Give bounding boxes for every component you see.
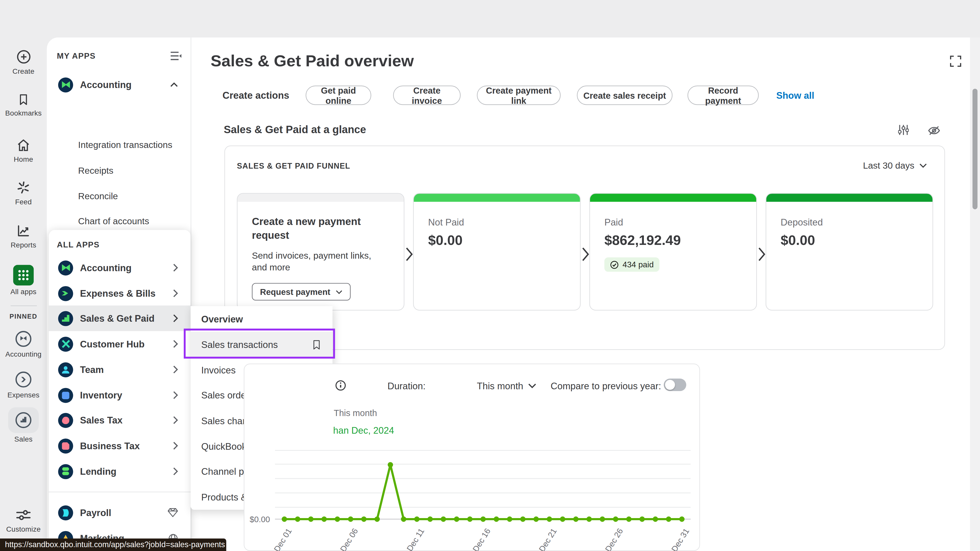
create-invoice-button[interactable]: Create invoice bbox=[393, 86, 460, 105]
all-apps-divider bbox=[49, 492, 191, 492]
rail-item-create[interactable]: Create bbox=[0, 49, 47, 75]
all-apps-item-expenses-bills[interactable]: Expenses & Bills bbox=[49, 281, 191, 306]
team-app-icon bbox=[58, 362, 73, 377]
rail-item-home[interactable]: Home bbox=[0, 138, 47, 163]
all-apps-panel: ALL APPS Accounting Expenses & Bills Sal… bbox=[49, 230, 191, 551]
stage-value: $0.00 bbox=[428, 232, 580, 249]
compare-previous-year-toggle[interactable] bbox=[664, 379, 686, 391]
create-actions-label: Create actions bbox=[223, 90, 290, 101]
all-apps-item-accounting[interactable]: Accounting bbox=[49, 255, 191, 280]
all-apps-item-sales-tax[interactable]: Sales Tax bbox=[49, 407, 191, 433]
accounting-app-icon bbox=[58, 260, 73, 275]
my-apps-title: MY APPS bbox=[57, 51, 96, 61]
scrollbar-thumb[interactable] bbox=[973, 89, 978, 210]
rail-item-all-apps[interactable]: All apps bbox=[0, 265, 47, 295]
business-tax-app-icon bbox=[58, 438, 73, 453]
flyout-item-sales-transactions[interactable]: Sales transactions bbox=[191, 332, 332, 357]
cta-title: Create a new payment request bbox=[252, 214, 379, 242]
all-apps-item-payroll[interactable]: Payroll bbox=[49, 500, 191, 525]
bowtie-circle-icon bbox=[14, 330, 32, 348]
flyout-label: Invoices bbox=[201, 365, 236, 375]
status-url-tooltip: https://sandbox.qbo.intuit.com/app/sales… bbox=[0, 538, 226, 551]
sales-get-paid-app-icon bbox=[58, 311, 73, 326]
flyout-item-overview[interactable]: Overview bbox=[191, 306, 332, 332]
rail-label: Home bbox=[14, 156, 33, 163]
create-sales-receipt-button[interactable]: Create sales receipt bbox=[577, 86, 673, 105]
all-apps-item-sales-get-paid[interactable]: Sales & Get Paid bbox=[49, 306, 191, 331]
sliders-horizontal-icon bbox=[15, 507, 32, 523]
payment-request-cta-card: Create a new payment request Send invoic… bbox=[237, 193, 404, 310]
rail-item-feed[interactable]: Feed bbox=[0, 180, 47, 205]
plus-circle-icon bbox=[15, 49, 32, 65]
rail-item-reports[interactable]: Reports bbox=[0, 223, 47, 248]
chevron-up-icon[interactable] bbox=[170, 82, 178, 87]
trend-comparison-note: han Dec, 2024 bbox=[333, 425, 394, 435]
flyout-label: Sales transactions bbox=[201, 339, 278, 350]
my-apps-sub-receipts[interactable]: Receipts bbox=[47, 157, 191, 183]
hide-section-eye-off-icon[interactable] bbox=[928, 125, 940, 136]
chevron-down-icon bbox=[528, 383, 536, 389]
menu-label: Accounting bbox=[80, 262, 131, 273]
rail-divider bbox=[11, 306, 37, 306]
trend-legend: This month bbox=[334, 408, 377, 418]
filter-sliders-icon[interactable] bbox=[898, 124, 909, 135]
duration-dropdown[interactable]: This month bbox=[477, 380, 536, 391]
rail-label: Sales bbox=[14, 435, 33, 443]
rail-label: Customize bbox=[6, 526, 41, 533]
my-apps-group-accounting[interactable]: Accounting bbox=[47, 72, 191, 97]
all-apps-item-customer-hub[interactable]: Customer Hub bbox=[49, 331, 191, 357]
paid-strip bbox=[590, 194, 756, 202]
funnel-stage-deposited[interactable]: Deposited $0.00 bbox=[765, 193, 933, 310]
menu-label: Business Tax bbox=[80, 441, 140, 451]
arrow-circle-icon bbox=[14, 370, 32, 389]
menu-label: Integration transactions bbox=[78, 140, 172, 149]
collapse-panel-icon[interactable] bbox=[170, 51, 182, 61]
glance-title: Sales & Get Paid at a glance bbox=[224, 124, 366, 136]
bookmark-outline-icon[interactable] bbox=[312, 340, 321, 349]
lending-app-icon bbox=[58, 464, 73, 479]
funnel-range-dropdown[interactable]: Last 30 days bbox=[863, 160, 927, 170]
customer-hub-app-icon bbox=[58, 337, 73, 351]
rail-label: Accounting bbox=[5, 351, 41, 358]
all-apps-item-inventory[interactable]: Inventory bbox=[49, 383, 191, 408]
stage-value: $862,192.49 bbox=[605, 232, 756, 249]
chevron-right-icon bbox=[173, 441, 178, 450]
rail-item-customize[interactable]: Customize bbox=[0, 507, 47, 533]
gem-icon bbox=[167, 508, 178, 517]
funnel-stage-paid[interactable]: Paid $862,192.49 434 paid bbox=[589, 193, 757, 310]
all-apps-title: ALL APPS bbox=[57, 240, 100, 249]
chevron-right-icon bbox=[173, 365, 178, 374]
rail-item-bookmarks[interactable]: Bookmarks bbox=[0, 92, 47, 117]
my-apps-sub-reconcile[interactable]: Reconcile bbox=[47, 183, 191, 209]
cta-card-strip bbox=[238, 194, 404, 202]
all-apps-item-business-tax[interactable]: Business Tax bbox=[49, 433, 191, 458]
expenses-bills-app-icon bbox=[58, 286, 73, 301]
create-payment-link-button[interactable]: Create payment link bbox=[477, 86, 561, 105]
rail-item-pinned-accounting[interactable]: Accounting bbox=[0, 330, 47, 358]
fullscreen-icon[interactable] bbox=[950, 55, 962, 68]
chart-line-icon bbox=[16, 223, 31, 238]
show-all-link[interactable]: Show all bbox=[776, 90, 815, 101]
rail-item-pinned-sales[interactable]: Sales bbox=[0, 407, 47, 443]
record-payment-button[interactable]: Record payment bbox=[687, 86, 759, 105]
menu-label: Receipts bbox=[78, 165, 113, 175]
page-title: Sales & Get Paid overview bbox=[210, 51, 414, 71]
deposited-strip bbox=[766, 194, 932, 202]
feed-burst-icon bbox=[16, 180, 31, 195]
menu-label: Sales & Get Paid bbox=[80, 313, 154, 324]
request-payment-button[interactable]: Request payment bbox=[252, 283, 350, 300]
apps-grid-icon bbox=[13, 265, 34, 286]
funnel-chevron-icon bbox=[582, 248, 589, 261]
compare-toggle-label: Compare to previous year: bbox=[551, 380, 661, 391]
stage-value: $0.00 bbox=[781, 232, 932, 249]
get-paid-online-button[interactable]: Get paid online bbox=[306, 86, 371, 105]
my-apps-sub-integration-transactions[interactable]: Integration transactions bbox=[47, 132, 191, 157]
chevron-down-icon bbox=[335, 289, 342, 294]
info-icon[interactable] bbox=[335, 380, 346, 391]
toggle-knob bbox=[665, 380, 675, 390]
all-apps-item-team[interactable]: Team bbox=[49, 357, 191, 382]
selected-rail-highlight bbox=[8, 407, 39, 433]
rail-item-pinned-expenses[interactable]: Expenses bbox=[0, 370, 47, 399]
all-apps-item-lending[interactable]: Lending bbox=[49, 459, 191, 484]
funnel-stage-not-paid[interactable]: Not Paid $0.00 bbox=[413, 193, 581, 310]
